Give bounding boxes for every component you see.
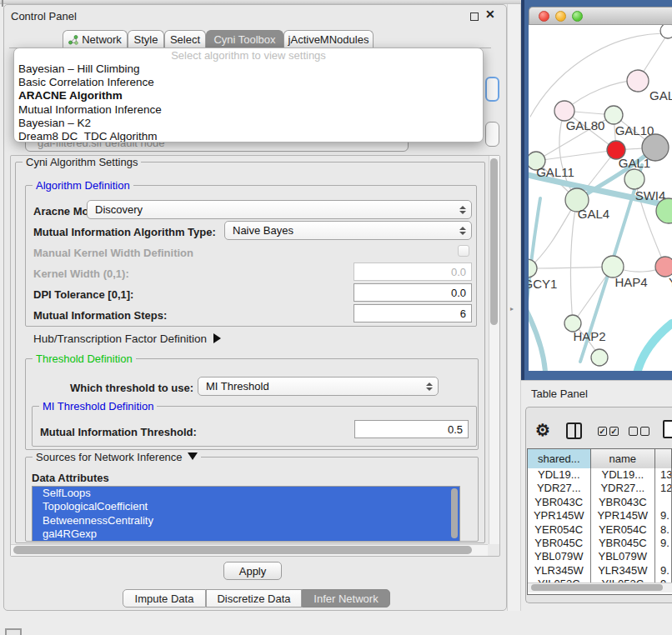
network-icon — [68, 35, 78, 45]
attribute-item[interactable]: SelfLoops — [33, 487, 459, 500]
manual-kernel-checkbox[interactable] — [458, 245, 469, 257]
table-row[interactable]: YPR145WYPR145W9. — [528, 509, 672, 522]
covered-combo-fragment — [485, 77, 499, 102]
settings-vertical-scrollbar-thumb[interactable] — [490, 158, 498, 325]
table-cell: YDL19... — [591, 468, 656, 482]
network-edge — [536, 150, 616, 161]
table-row[interactable]: YBL079WYBL079W — [528, 550, 672, 563]
network-window-titlebar[interactable] — [529, 7, 672, 25]
table-row[interactable]: YER054CYER054C8. — [528, 523, 672, 537]
algorithm-option[interactable]: Bayesian – Hill Climbing — [14, 62, 483, 76]
kernel-width-field[interactable]: 0.0 — [354, 262, 472, 281]
tab-style[interactable]: Style — [128, 30, 164, 48]
column-header[interactable]: name — [591, 449, 656, 468]
network-node[interactable] — [642, 134, 669, 161]
expanded-arrow-icon — [188, 452, 198, 460]
node-table: shared...name YDL19...YDL19...13YDR27...… — [527, 448, 672, 595]
settings-horizontal-scrollbar-thumb[interactable] — [13, 546, 472, 554]
network-node[interactable] — [660, 25, 672, 38]
table-row[interactable]: YDR27...YDR27...12 — [528, 482, 672, 495]
column-header[interactable]: shared... — [528, 449, 591, 468]
select-all-icon[interactable]: ✓✓ — [598, 427, 619, 436]
algorithm-option[interactable]: Basic Correlation Inference — [14, 76, 483, 89]
which-threshold-combo[interactable]: MI Threshold — [198, 377, 439, 396]
table-horizontal-scrollbar-thumb[interactable] — [531, 584, 663, 591]
dpi-tolerance-field[interactable]: 0.0 — [354, 283, 472, 302]
node-label: HAP2 — [573, 329, 605, 343]
sources-title-text: Sources for Network Inference — [36, 451, 183, 463]
stepper-arrows-icon — [426, 382, 433, 391]
tab-select[interactable]: Select — [164, 30, 206, 48]
mi-threshold-field[interactable]: 0.5 — [354, 420, 469, 438]
table-cell: 12 — [655, 482, 672, 495]
mi-type-label: Mutual Information Algorithm Type: — [33, 226, 216, 238]
mi-type-combo[interactable]: Naive Bayes — [224, 221, 472, 240]
table-row[interactable]: YDL19...YDL19...13 — [528, 468, 672, 482]
tab-network[interactable]: Network — [63, 30, 128, 48]
splitter-handle-icon[interactable]: ▸ — [510, 305, 514, 312]
table-row[interactable]: YLR345WYLR345W9. — [528, 564, 672, 578]
threshold-definition-title: Threshold Definition — [33, 352, 136, 365]
apply-button[interactable]: Apply — [223, 562, 282, 580]
tab-cyni-toolbox[interactable]: Cyni Toolbox — [206, 30, 283, 48]
network-canvas[interactable]: GAL7GAL80GAL10GAL1GAL11SWI4GAL4GCY1HAP4Y… — [529, 25, 672, 371]
mi-steps-label: Mutual Information Steps: — [33, 309, 167, 322]
hub-definition-toggle[interactable]: Hub/Transcription Factor Definition — [33, 332, 221, 345]
deselect-all-icon[interactable] — [629, 427, 649, 436]
node-label: GAL11 — [536, 165, 574, 179]
network-node-gal10[interactable] — [604, 106, 623, 124]
attribute-item[interactable]: gal4RGexp — [33, 528, 459, 541]
network-edge — [564, 81, 638, 111]
algorithm-option[interactable]: ARACNE Algorithm — [14, 89, 483, 102]
zoom-window-icon[interactable] — [572, 11, 583, 22]
stepper-arrows-icon — [459, 206, 466, 214]
gear-icon[interactable]: ⚙ — [535, 420, 550, 440]
tab-impute-data[interactable]: Impute Data — [123, 589, 206, 608]
close-window-icon[interactable] — [539, 11, 549, 22]
data-attributes-label: Data Attributes — [32, 472, 109, 484]
aracne-mode-combo[interactable]: Discovery — [87, 200, 472, 219]
column-header[interactable] — [655, 449, 672, 468]
algorithm-option[interactable]: Dream8 DC_TDC Algorithm — [14, 130, 483, 142]
table-body: YDL19...YDL19...13YDR27...YDR27...12YBR0… — [528, 468, 672, 592]
algorithm-option[interactable]: Bayesian – K2 — [14, 117, 483, 130]
table-cell: YDR27... — [528, 482, 591, 495]
network-node-swi4[interactable] — [624, 169, 644, 189]
split-columns-icon[interactable] — [566, 422, 582, 439]
mi-steps-field[interactable]: 6 — [354, 304, 472, 322]
float-panel-icon[interactable] — [470, 12, 479, 21]
network-node-y[interactable] — [655, 257, 672, 277]
data-attributes-list[interactable]: SelfLoopsTopologicalCoefficientBetweenne… — [32, 486, 460, 542]
table-cell: YDR27... — [591, 482, 656, 495]
attribute-item[interactable]: TopologicalCoefficient — [33, 500, 459, 513]
node-label: GAL4 — [578, 207, 609, 221]
algorithm-dropdown-placeholder: Select algorithm to view settings — [14, 48, 483, 62]
page-icon[interactable] — [663, 420, 672, 438]
network-node[interactable] — [591, 349, 608, 366]
algorithm-option[interactable]: Mutual Information Inference — [14, 103, 483, 117]
algorithm-dropdown: Select algorithm to view settings Bayesi… — [13, 48, 484, 142]
panel-splitter[interactable] — [507, 4, 521, 611]
kernel-width-value: 0.0 — [451, 266, 466, 278]
table-row[interactable]: YBR045CYBR045C9. — [528, 537, 672, 550]
tab-discretize-data[interactable]: Discretize Data — [206, 589, 302, 608]
table-cell: 8. — [655, 523, 672, 537]
network-node-gal7[interactable] — [627, 70, 649, 92]
tab-jactivemnodules[interactable]: jActiveMNodules — [283, 30, 374, 48]
tab-infer-network[interactable]: Infer Network — [302, 589, 390, 608]
attribute-item[interactable]: BetweennessCentrality — [33, 514, 459, 528]
table-row[interactable]: YBR043CYBR043C — [528, 496, 672, 509]
mi-threshold-group-title: MI Threshold Definition — [39, 400, 157, 412]
minimize-window-icon[interactable] — [555, 11, 566, 22]
collapsed-arrow-icon — [213, 333, 221, 343]
node-label: GAL80 — [566, 118, 605, 132]
node-label: GAL1 — [619, 156, 650, 170]
cyni-settings-title: Cyni Algorithm Settings — [23, 156, 141, 168]
tab-label: Infer Network — [313, 592, 378, 605]
bottom-left-widget[interactable] — [5, 628, 22, 635]
table-header-row: shared...name — [528, 449, 672, 468]
sources-group-title[interactable]: Sources for Network Inference — [33, 451, 201, 463]
table-cell — [655, 496, 672, 509]
attributes-scrollbar-thumb[interactable] — [451, 488, 458, 538]
close-panel-icon[interactable]: ✕ — [485, 8, 495, 21]
